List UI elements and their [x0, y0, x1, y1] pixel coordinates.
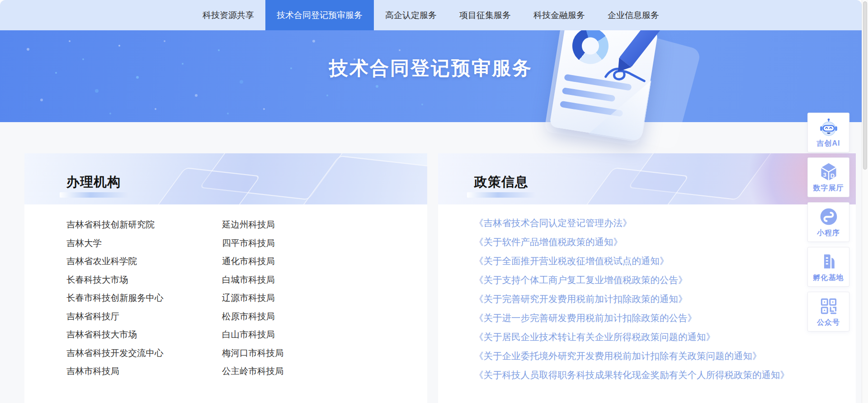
toolbar-item-label: 吉创AI	[817, 139, 840, 148]
institution-item[interactable]: 长春市科技创新服务中心	[66, 289, 222, 307]
title-underline	[60, 192, 128, 198]
robot-icon	[818, 117, 839, 137]
list-item: 《关于软件产品增值税政策的通知》	[474, 232, 789, 251]
policy-link[interactable]: 《关于软件产品增值税政策的通知》	[474, 237, 623, 247]
institution-item[interactable]: 吉林省科技厅	[66, 307, 222, 326]
institution-item[interactable]: 吉林省科技开发交流中心	[66, 344, 222, 362]
list-item: 《关于科技人员取得职务科技成果转化现金奖励有关个人所得税政策的通知》	[474, 365, 789, 384]
qr-code-icon	[818, 296, 839, 317]
institution-item[interactable]: 辽源市科技局	[222, 289, 377, 307]
institution-item[interactable]: 松原市科技局	[222, 307, 377, 326]
institution-item[interactable]: 吉林省农业科学院	[66, 252, 222, 270]
page: 科技资源共享 技术合同登记预审服务 高企认定服务 项目征集服务 科技金融服务 企…	[0, 0, 868, 403]
tab-enterprise-info[interactable]: 企业信息服务	[596, 0, 670, 30]
institutions-panel: 办理机构 吉林省科技创新研究院 吉林大学 吉林省农业科学院 长春科技大市场 长春…	[24, 153, 427, 403]
institution-item[interactable]: 长春科技大市场	[66, 270, 222, 289]
policy-list: 《吉林省技术合同认定登记管理办法》 《关于软件产品增值税政策的通知》 《关于全面…	[474, 213, 789, 384]
policy-link[interactable]: 《关于科技人员取得职务科技成果转化现金奖励有关个人所得税政策的通知》	[474, 370, 789, 380]
policy-link[interactable]: 《关于企业委托境外研究开发费用税前加计扣除有关政策问题的通知》	[474, 351, 762, 361]
institution-item[interactable]: 通化市科技局	[222, 252, 377, 270]
policy-link[interactable]: 《关于进一步完善研发费用税前加计扣除政策的公告》	[474, 313, 697, 323]
toolbar-item-label: 数字展厅	[813, 184, 844, 193]
hero-banner: 技术合同登记预审服务	[0, 30, 862, 122]
institution-item[interactable]: 吉林大学	[66, 234, 222, 252]
institutions-column-2: 延边州科技局 四平市科技局 通化市科技局 白城市科技局 辽源市科技局 松原市科技…	[222, 215, 377, 380]
tab-project-collection[interactable]: 项目征集服务	[448, 0, 522, 30]
policy-link[interactable]: 《关于支持个体工商户复工复业增值税政策的公告》	[474, 275, 688, 285]
institution-item[interactable]: 梅河口市科技局	[222, 344, 377, 362]
scrollbar-thumb[interactable]	[863, 1, 867, 170]
building-icon	[818, 251, 839, 272]
institutions-column-1: 吉林省科技创新研究院 吉林大学 吉林省农业科学院 长春科技大市场 长春市科技创新…	[66, 215, 222, 380]
svg-text:D: D	[830, 172, 834, 179]
floating-toolbar: 吉创AI 3 D 数字展厅 小程序	[807, 113, 849, 332]
list-item: 《关于企业委托境外研究开发费用税前加计扣除有关政策问题的通知》	[474, 346, 789, 365]
svg-text:3: 3	[823, 171, 826, 178]
text-line	[562, 87, 616, 102]
institution-item[interactable]: 吉林省科技创新研究院	[66, 215, 222, 234]
policies-title: 政策信息	[474, 173, 528, 191]
institution-item[interactable]: 公主岭市科技局	[222, 362, 377, 380]
policy-link[interactable]: 《吉林省技术合同认定登记管理办法》	[474, 218, 632, 228]
page-title: 技术合同登记预审服务	[0, 56, 862, 81]
toolbar-item-label: 孵化基地	[813, 273, 844, 283]
toolbar-digital-hall[interactable]: 3 D 数字展厅	[807, 157, 849, 197]
list-item: 《关于居民企业技术转让有关企业所得税政策问题的通知》	[474, 327, 789, 346]
list-item: 《关于进一步完善研发费用税前加计扣除政策的公告》	[474, 308, 789, 327]
title-underline	[467, 192, 536, 198]
policy-link[interactable]: 《关于全面推开营业税改征增值税试点的通知》	[474, 256, 669, 266]
institution-item[interactable]: 白城市科技局	[222, 270, 377, 289]
policies-panel: 政策信息 《吉林省技术合同认定登记管理办法》 《关于软件产品增值税政策的通知》 …	[438, 153, 856, 403]
contract-illustration	[545, 9, 685, 150]
toolbar-mini-program[interactable]: 小程序	[807, 202, 849, 242]
institutions-list: 吉林省科技创新研究院 吉林大学 吉林省农业科学院 长春科技大市场 长春市科技创新…	[66, 215, 377, 380]
list-item: 《关于支持个体工商户复工复业增值税政策的公告》	[474, 270, 789, 289]
top-nav: 科技资源共享 技术合同登记预审服务 高企认定服务 项目征集服务 科技金融服务 企…	[0, 0, 862, 30]
tab-tech-resource-sharing[interactable]: 科技资源共享	[191, 0, 265, 30]
particle-dots	[0, 30, 2, 32]
tab-tech-finance[interactable]: 科技金融服务	[522, 0, 596, 30]
toolbar-item-label: 公众号	[817, 318, 840, 327]
list-item: 《吉林省技术合同认定登记管理办法》	[474, 213, 789, 232]
3d-cube-icon: 3 D	[818, 161, 839, 182]
list-item: 《关于完善研究开发费用税前加计扣除政策的通知》	[474, 289, 789, 308]
institutions-title: 办理机构	[66, 173, 121, 191]
donut-chart-icon	[570, 25, 611, 67]
policy-link[interactable]: 《关于居民企业技术转让有关企业所得税政策问题的通知》	[474, 332, 715, 342]
scrollbar-track[interactable]	[862, 0, 868, 403]
institution-item[interactable]: 延边州科技局	[222, 215, 377, 234]
institutions-header: 办理机构	[24, 153, 427, 204]
policies-header: 政策信息	[438, 153, 856, 204]
tab-tech-contract-registration[interactable]: 技术合同登记预审服务	[265, 0, 374, 30]
toolbar-incubator-base[interactable]: 孵化基地	[807, 247, 849, 287]
institution-item[interactable]: 吉林省科技大市场	[66, 325, 222, 344]
institution-item[interactable]: 吉林市科技局	[66, 362, 222, 380]
policy-link[interactable]: 《关于完善研究开发费用税前加计扣除政策的通知》	[474, 294, 688, 304]
institution-item[interactable]: 白山市科技局	[222, 325, 377, 344]
toolbar-item-label: 小程序	[817, 228, 840, 238]
miniprogram-icon	[818, 206, 839, 227]
tab-high-tech-enterprise[interactable]: 高企认定服务	[374, 0, 448, 30]
list-item: 《关于全面推开营业税改征增值税试点的通知》	[474, 251, 789, 270]
institution-item[interactable]: 四平市科技局	[222, 234, 377, 252]
toolbar-jichuang-ai[interactable]: 吉创AI	[807, 113, 849, 152]
toolbar-official-account[interactable]: 公众号	[807, 292, 849, 332]
